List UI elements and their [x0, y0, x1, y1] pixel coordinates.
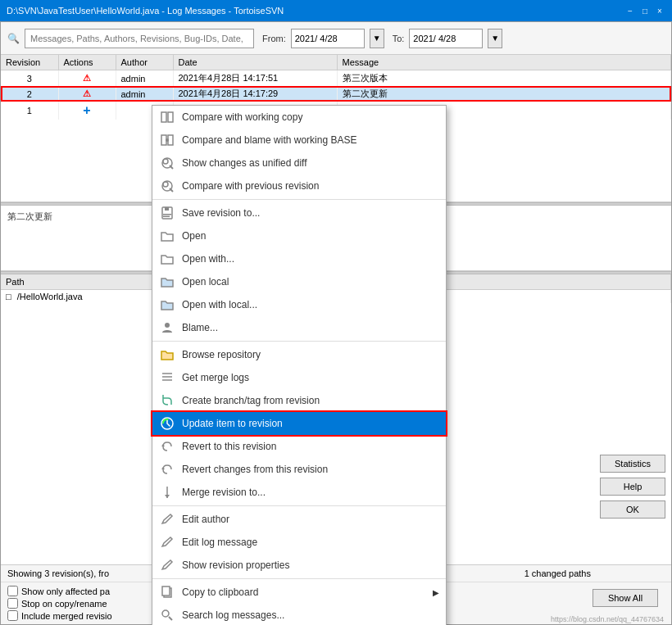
svg-rect-13	[163, 214, 171, 215]
copy-clipboard-arrow: ▶	[433, 588, 439, 597]
path-text: /HelloWorld.java	[17, 292, 83, 301]
menu-merge-logs[interactable]: Get merge logs	[152, 366, 446, 389]
menu-edit-log[interactable]: Edit log message	[152, 531, 446, 554]
author-2: admin	[116, 86, 173, 102]
to-date-picker[interactable]: ▼	[488, 29, 502, 48]
show-all-button[interactable]: Show All	[593, 589, 658, 607]
menu-merge-revision[interactable]: Merge revision to...	[152, 481, 446, 504]
action-3: ⚠	[58, 70, 116, 87]
menu-copy-clipboard-label: Copy to clipboard	[182, 587, 258, 598]
menu-open-with-local[interactable]: Open with local...	[152, 293, 446, 316]
svg-point-27	[162, 610, 169, 617]
message-2: 第二次更新	[337, 86, 671, 102]
create-branch-icon	[159, 392, 175, 409]
svg-point-9	[163, 182, 168, 187]
menu-edit-author-label: Edit author	[182, 514, 229, 525]
menu-compare-working[interactable]: Compare with working copy	[152, 106, 446, 129]
menu-open[interactable]: Open	[152, 224, 446, 247]
from-date-picker[interactable]: ▼	[370, 29, 384, 48]
menu-search-log[interactable]: Search log messages...	[152, 604, 446, 625]
checkbox-stop-copy[interactable]: Stop on copy/rename	[7, 598, 112, 609]
maximize-button[interactable]: □	[639, 5, 651, 16]
merge-revision-icon	[159, 484, 175, 500]
ok-button[interactable]: OK	[600, 500, 665, 519]
checkboxes-container: Show only affected pa Stop on copy/renam…	[7, 586, 112, 621]
menu-compare-prev[interactable]: Compare with previous revision	[152, 174, 446, 197]
col-revision: Revision	[1, 55, 58, 70]
unified-diff-icon	[159, 155, 175, 171]
checkbox-merged[interactable]: Include merged revisio	[7, 610, 112, 621]
menu-show-props[interactable]: Show revision properties	[152, 554, 446, 577]
menu-revert-changes[interactable]: Revert changes from this revision	[152, 458, 446, 481]
checkbox-stop-copy-input[interactable]	[7, 598, 18, 609]
blame-icon	[159, 319, 175, 336]
menu-blame[interactable]: Blame...	[152, 316, 446, 339]
menu-save-revision-label: Save revision to...	[182, 207, 260, 219]
separator-2	[152, 341, 446, 342]
menu-compare-blame[interactable]: Compare and blame with working BASE	[152, 129, 446, 152]
date-3: 2021年4月28日 14:17:51	[173, 70, 337, 87]
svg-rect-1	[168, 112, 173, 122]
svg-rect-12	[165, 207, 169, 211]
svg-point-6	[163, 159, 168, 164]
file-icon: □	[6, 292, 11, 301]
menu-revert-revision[interactable]: Revert to this revision	[152, 435, 446, 458]
open-with-icon	[159, 251, 175, 267]
toolbar: 🔍 From: ▼ To: ▼	[1, 22, 671, 55]
action-2: ⚠	[58, 86, 116, 102]
svg-rect-26	[162, 587, 170, 596]
update-revision-icon	[159, 415, 175, 432]
watermark: https://blog.csdn.net/qq_44767634	[551, 615, 664, 623]
log-row-3[interactable]: 3 ⚠ admin 2021年4月28日 14:17:51 第三次版本	[1, 70, 671, 87]
close-button[interactable]: ×	[654, 5, 665, 16]
menu-merge-logs-label: Get merge logs	[182, 372, 249, 383]
action-1: +	[58, 102, 116, 120]
checkbox-affected[interactable]: Show only affected pa	[7, 586, 112, 596]
menu-compare-working-label: Compare with working copy	[182, 111, 302, 123]
message-3: 第三次版本	[337, 70, 671, 87]
from-label: From:	[262, 34, 286, 43]
window-title: D:\SVN\JavaTestUser\HelloWorld.java - Lo…	[7, 6, 284, 16]
save-revision-icon	[159, 205, 175, 221]
menu-update-revision[interactable]: Update item to revision	[152, 412, 446, 435]
compare-prev-icon	[159, 178, 175, 194]
open-icon	[159, 228, 175, 244]
menu-revert-revision-label: Revert to this revision	[182, 441, 276, 452]
col-author: Author	[116, 55, 173, 70]
menu-open-local[interactable]: Open local	[152, 270, 446, 293]
menu-save-revision[interactable]: Save revision to...	[152, 202, 446, 224]
revision-3: 3	[1, 70, 58, 87]
open-with-local-icon	[159, 297, 175, 313]
to-label: To:	[393, 34, 405, 43]
menu-open-with[interactable]: Open with...	[152, 247, 446, 270]
minimize-button[interactable]: −	[624, 5, 636, 16]
context-menu: Compare with working copy Compare and bl…	[152, 105, 447, 625]
checkbox-affected-label: Show only affected pa	[21, 587, 110, 596]
menu-create-branch[interactable]: Create branch/tag from revision	[152, 389, 446, 412]
changed-paths: 1 changed paths	[524, 568, 591, 578]
svg-point-4	[166, 138, 169, 142]
menu-compare-prev-label: Compare with previous revision	[182, 180, 319, 192]
from-date-input[interactable]	[291, 29, 365, 48]
help-button[interactable]: Help	[600, 478, 665, 496]
svg-line-7	[170, 165, 173, 169]
menu-browse-repo-label: Browse repository	[182, 349, 261, 360]
menu-unified-diff-label: Show changes as unified diff	[182, 157, 307, 169]
checkbox-affected-input[interactable]	[7, 586, 18, 596]
search-input[interactable]	[25, 29, 254, 48]
menu-merge-revision-label: Merge revision to...	[182, 487, 266, 498]
compare-blame-icon	[159, 132, 175, 148]
log-row-2[interactable]: 2 ⚠ admin 2021年4月28日 14:17:29 第二次更新	[1, 86, 671, 102]
col-actions: Actions	[58, 55, 116, 70]
menu-unified-diff[interactable]: Show changes as unified diff	[152, 152, 446, 174]
menu-browse-repo[interactable]: Browse repository	[152, 343, 446, 366]
to-date-input[interactable]	[409, 29, 483, 48]
open-local-icon	[159, 274, 175, 290]
statistics-button[interactable]: Statistics	[600, 455, 665, 473]
menu-copy-clipboard[interactable]: Copy to clipboard ▶	[152, 581, 446, 604]
date-2: 2021年4月28日 14:17:29	[173, 86, 337, 102]
menu-open-with-label: Open with...	[182, 253, 234, 265]
checkbox-merged-input[interactable]	[7, 610, 18, 621]
menu-edit-author[interactable]: Edit author	[152, 508, 446, 531]
show-props-icon	[159, 557, 175, 573]
